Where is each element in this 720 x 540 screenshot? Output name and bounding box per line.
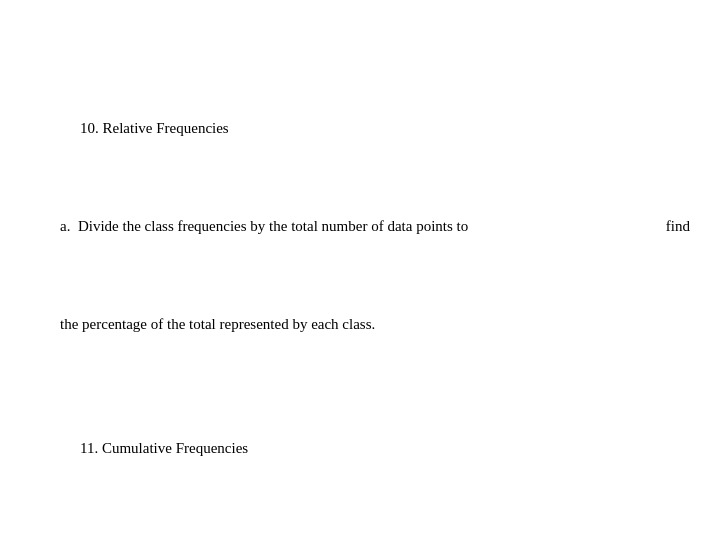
- page-content: 10. Relative Frequencies a. Divide the c…: [0, 0, 720, 540]
- section11-heading: 11. Cumulative Frequencies: [60, 436, 690, 460]
- section10-item-a-line1-right: find: [666, 214, 690, 238]
- section10-item-a-line2: the percentage of the total represented …: [60, 312, 690, 336]
- section11-item-a-line1: a. The total number of tallies for each …: [60, 534, 690, 540]
- section10-item-a-line1-left: a. Divide the class frequencies by the t…: [60, 214, 468, 238]
- section10-item-a-line1: a. Divide the class frequencies by the t…: [60, 214, 690, 238]
- text-block: 10. Relative Frequencies a. Divide the c…: [60, 20, 690, 540]
- section10-heading: 10. Relative Frequencies: [60, 116, 690, 140]
